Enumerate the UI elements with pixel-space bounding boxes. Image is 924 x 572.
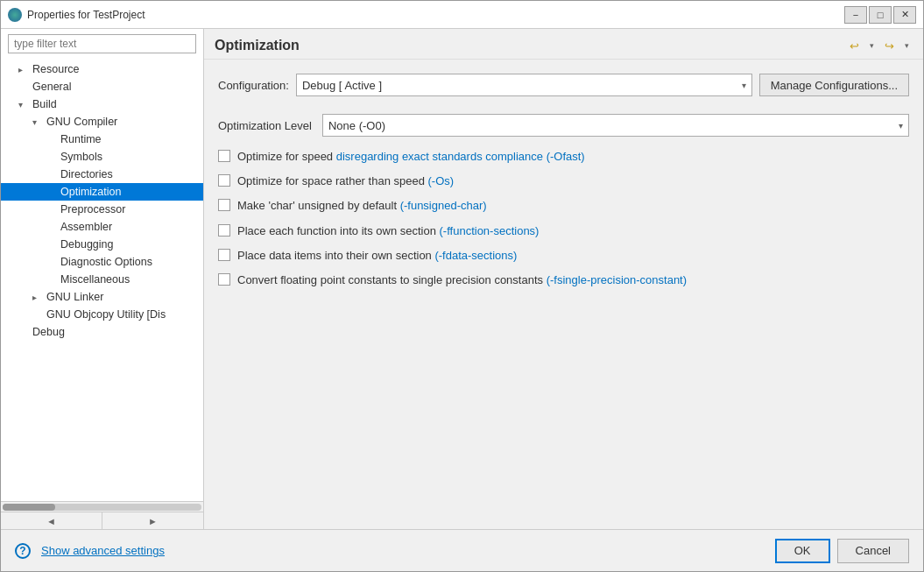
sidebar-item-assembler[interactable]: Assembler <box>1 218 203 236</box>
sidebar-item-resource[interactable]: ▸ Resource <box>1 60 203 78</box>
sidebar-item-label: Optimization <box>60 186 121 198</box>
config-dropdown[interactable]: Debug [ Active ] ▾ <box>296 74 752 96</box>
sidebar-item-label: Miscellaneous <box>60 273 130 286</box>
sidebar-item-optimization[interactable]: Optimization <box>1 183 203 201</box>
tree-view: ▸ Resource General ▾ Build ▾ GNU Compile… <box>1 59 203 501</box>
sidebar-item-runtime[interactable]: Runtime <box>1 131 203 148</box>
chevron-down-icon: ▾ <box>899 121 903 131</box>
panel-header: Optimization ↩ ▾ ↪ ▾ <box>204 29 923 60</box>
right-panel: Optimization ↩ ▾ ↪ ▾ Configuration: Debu… <box>204 29 923 529</box>
config-value: Debug [ Active ] <box>302 79 382 92</box>
flag-text: (-Os) <box>428 174 455 187</box>
optimization-level-dropdown[interactable]: None (-O0) ▾ <box>322 114 909 137</box>
sidebar-item-label: Debugging <box>60 238 113 251</box>
sidebar-nav-left[interactable]: ◄ <box>1 512 102 529</box>
optimization-level-value: None (-O0) <box>328 119 385 132</box>
sidebar-item-label: Build <box>32 98 57 110</box>
checkbox-row-char-unsigned: Make 'char' unsigned by default (-funsig… <box>218 198 909 214</box>
sidebar-item-general[interactable]: General <box>1 78 203 95</box>
flag-text: (-fdata-sections) <box>434 249 517 262</box>
checkbox-row-function-sections: Place each function into its own section… <box>218 223 909 239</box>
main-window: Properties for TestProject − □ ✕ ▸ Resou… <box>0 0 924 572</box>
checkbox-data-sections[interactable] <box>218 249 230 261</box>
sidebar-item-label: GNU Compiler <box>46 116 117 128</box>
cancel-button[interactable]: Cancel <box>837 539 909 563</box>
sidebar-item-gnu-objcopy[interactable]: GNU Objcopy Utility [Dis <box>1 306 203 323</box>
checkbox-optimize-space[interactable] <box>218 174 230 187</box>
configuration-row: Configuration: Debug [ Active ] ▾ Manage… <box>218 74 909 96</box>
checkbox-char-unsigned[interactable] <box>218 199 230 211</box>
sidebar-item-build[interactable]: ▾ Build <box>1 95 203 113</box>
optimization-level-label: Optimization Level <box>218 119 312 132</box>
sidebar-item-label: Diagnostic Options <box>60 256 152 268</box>
checkbox-label-char-unsigned: Make 'char' unsigned by default (-funsig… <box>237 198 487 214</box>
panel-title: Optimization <box>215 38 300 53</box>
checkbox-row-optimize-space: Optimize for space rather than speed (-O… <box>218 173 909 189</box>
sidebar-item-label: Resource <box>32 63 80 75</box>
restore-button[interactable]: □ <box>869 6 892 24</box>
close-button[interactable]: ✕ <box>893 6 916 24</box>
sidebar-item-label: General <box>32 81 71 93</box>
ok-button[interactable]: OK <box>775 539 830 563</box>
sidebar-item-gnu-linker[interactable]: ▸ GNU Linker <box>1 288 203 306</box>
expand-icon: ▾ <box>32 117 43 127</box>
panel-toolbar: ↩ ▾ ↪ ▾ <box>844 36 913 55</box>
sidebar-nav-right[interactable]: ► <box>102 512 203 529</box>
help-icon[interactable]: ? <box>15 543 31 559</box>
flag-text: (-fsingle-precision-constant) <box>547 273 687 286</box>
flag-text: (-ffunction-sections) <box>440 224 540 237</box>
sidebar-item-debug[interactable]: Debug <box>1 323 203 341</box>
main-content: ▸ Resource General ▾ Build ▾ GNU Compile… <box>1 29 923 529</box>
back-button[interactable]: ↩ <box>844 36 864 55</box>
sidebar: ▸ Resource General ▾ Build ▾ GNU Compile… <box>1 29 204 529</box>
sidebar-item-diagnostic-options[interactable]: Diagnostic Options <box>1 253 203 271</box>
flag-text: disregarding exact standards compliance … <box>336 150 585 163</box>
expand-icon: ▸ <box>32 293 43 302</box>
manage-configurations-button[interactable]: Manage Configurations... <box>759 74 909 96</box>
expand-icon: ▸ <box>18 65 29 74</box>
checkbox-function-sections[interactable] <box>218 224 230 237</box>
sidebar-item-directories[interactable]: Directories <box>1 166 203 183</box>
checkbox-row-data-sections: Place data items into their own section … <box>218 248 909 264</box>
forward-dropdown[interactable]: ▾ <box>900 36 913 55</box>
show-advanced-settings-link[interactable]: Show advanced settings <box>41 544 165 557</box>
footer-buttons: OK Cancel <box>775 539 909 563</box>
checkbox-single-precision[interactable] <box>218 273 230 286</box>
sidebar-nav: ◄ ► <box>1 512 203 529</box>
sidebar-item-miscellaneous[interactable]: Miscellaneous <box>1 271 203 288</box>
scrollbar-thumb <box>3 504 55 511</box>
footer: ? Show advanced settings OK Cancel <box>1 529 923 571</box>
expand-icon: ▾ <box>18 100 29 109</box>
checkbox-label-optimize-speed: Optimize for speed disregarding exact st… <box>237 149 585 165</box>
flag-text: (-funsigned-char) <box>400 199 487 212</box>
sidebar-item-preprocessor[interactable]: Preprocessor <box>1 201 203 218</box>
title-bar: Properties for TestProject − □ ✕ <box>1 1 923 29</box>
chevron-down-icon: ▾ <box>742 81 746 90</box>
optimization-level-row: Optimization Level None (-O0) ▾ <box>218 114 909 137</box>
checkbox-label-function-sections: Place each function into its own section… <box>237 223 539 239</box>
forward-button[interactable]: ↪ <box>879 36 899 55</box>
sidebar-item-label: Preprocessor <box>60 203 125 215</box>
checkbox-row-single-precision: Convert floating point constants to sing… <box>218 272 909 288</box>
sidebar-item-label: GNU Objcopy Utility [Dis <box>46 308 166 321</box>
panel-body: Configuration: Debug [ Active ] ▾ Manage… <box>204 60 923 529</box>
window-controls: − □ ✕ <box>844 6 916 24</box>
config-label: Configuration: <box>218 79 289 92</box>
sidebar-item-gnu-compiler[interactable]: ▾ GNU Compiler <box>1 113 203 131</box>
sidebar-item-label: GNU Linker <box>46 291 103 303</box>
sidebar-item-label: Assembler <box>60 221 112 233</box>
sidebar-scrollbar[interactable] <box>1 501 203 512</box>
back-dropdown[interactable]: ▾ <box>865 36 878 55</box>
checkbox-label-data-sections: Place data items into their own section … <box>237 248 517 264</box>
sidebar-item-label: Directories <box>60 168 113 180</box>
sidebar-item-label: Symbols <box>60 151 102 163</box>
sidebar-item-debugging[interactable]: Debugging <box>1 236 203 253</box>
sidebar-item-symbols[interactable]: Symbols <box>1 148 203 166</box>
window-icon <box>8 8 22 22</box>
minimize-button[interactable]: − <box>844 6 867 24</box>
window-title: Properties for TestProject <box>27 9 839 21</box>
checkbox-row-optimize-speed: Optimize for speed disregarding exact st… <box>218 149 909 165</box>
search-input[interactable] <box>8 34 196 53</box>
checkbox-optimize-speed[interactable] <box>218 150 230 162</box>
sidebar-item-label: Debug <box>32 326 65 338</box>
